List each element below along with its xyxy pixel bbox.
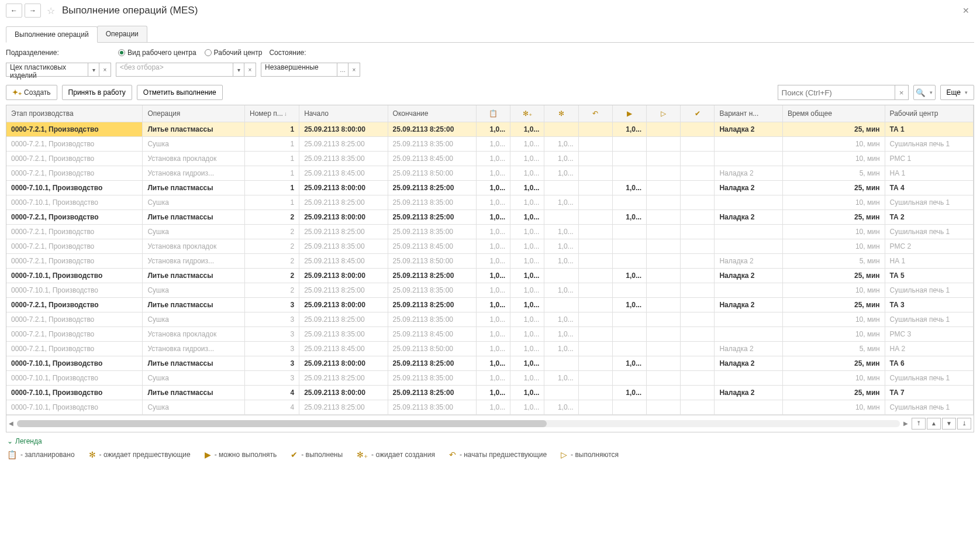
cell-c7 [681,224,715,239]
tab-operations[interactable]: Операции [97,26,147,42]
search-button[interactable]: 🔍▾ [913,85,936,100]
table-row[interactable]: 0000-7.2.1, ПроизводствоЛитье пластмассы… [6,297,974,312]
radio-work-center[interactable]: Рабочий центр [205,49,263,57]
table-row[interactable]: 0000-7.10.1, ПроизводствоСушка225.09.211… [6,283,974,297]
department-dropdown-icon[interactable]: ▾ [88,63,99,77]
cell-c5 [612,224,646,239]
state-clear-icon[interactable]: × [348,63,360,77]
accept-button[interactable]: Принять в работу [62,85,132,100]
table-row[interactable]: 0000-7.2.1, ПроизводствоУстановка гидрои… [6,253,974,268]
cell-c3 [544,297,578,312]
list-top-icon[interactable]: ⤒ [912,418,926,430]
cell-time: 5, мин [782,253,885,268]
create-button[interactable]: ✦₊ Создать [6,85,57,100]
scroll-left-icon[interactable]: ◀ [9,420,13,427]
cell-time: 25, мин [782,122,885,136]
scroll-thumb[interactable] [17,420,547,427]
col-operation[interactable]: Операция [143,105,245,122]
state-input[interactable]: Незавершенные [261,63,337,77]
cell-c3: 1,0... [544,195,578,209]
cell-c1: 1,0... [476,180,510,195]
col-start[interactable]: Начало [299,105,388,122]
cell-end: 25.09.2113 8:25:00 [388,268,476,283]
legend-toggle[interactable]: ⌄ Легенда [7,437,973,445]
search-input[interactable] [778,85,895,100]
cell-wc: РМС 2 [885,239,973,253]
table-row[interactable]: 0000-7.2.1, ПроизводствоЛитье пластмассы… [6,122,974,136]
scroll-track[interactable] [17,420,900,427]
filter-input[interactable]: <без отбора> [116,63,233,77]
cell-c6 [647,327,681,341]
cell-start: 25.09.2113 8:00:00 [299,356,388,370]
forward-button[interactable]: → [25,4,41,18]
table-row[interactable]: 0000-7.2.1, ПроизводствоУстановка прокла… [6,239,974,253]
cell-c3: 1,0... [544,224,578,239]
table-row[interactable]: 0000-7.10.1, ПроизводствоСушка425.09.211… [6,400,974,414]
table-row[interactable]: 0000-7.2.1, ПроизводствоУстановка прокла… [6,327,974,341]
table-row[interactable]: 0000-7.10.1, ПроизводствоЛитье пластмасс… [6,180,974,195]
cell-wc: ТА 1 [885,122,973,136]
table-row[interactable]: 0000-7.10.1, ПроизводствоЛитье пластмасс… [6,268,974,283]
filter-clear-icon[interactable]: × [244,63,256,77]
search-clear-icon[interactable]: × [895,85,909,100]
col-variant[interactable]: Вариант н... [715,105,782,122]
table-row[interactable]: 0000-7.2.1, ПроизводствоЛитье пластмассы… [6,209,974,224]
list-bottom-icon[interactable]: ⤓ [957,418,971,430]
mark-done-button[interactable]: Отметить выполнение [137,85,223,100]
more-button[interactable]: Еще▾ [940,85,974,100]
col-await-create-icon[interactable]: ✻₊ [510,105,544,122]
cell-c4 [578,283,612,297]
col-stage[interactable]: Этап производства [6,105,143,122]
col-running-icon[interactable]: ▷ [647,105,681,122]
cell-time: 25, мин [782,385,885,400]
table-row[interactable]: 0000-7.10.1, ПроизводствоЛитье пластмасс… [6,356,974,370]
col-planned-icon[interactable]: 📋 [476,105,510,122]
col-end[interactable]: Окончание [388,105,476,122]
cell-num: 2 [245,253,299,268]
col-wc[interactable]: Рабочий центр [885,105,973,122]
cell-c1: 1,0... [476,209,510,224]
list-down-icon[interactable]: ▼ [942,418,956,430]
scroll-right-icon[interactable]: ▶ [903,420,908,427]
state-more-icon[interactable]: … [337,63,348,77]
favorite-star-icon[interactable]: ☆ [47,5,55,16]
cell-num: 1 [245,180,299,195]
table-scroll[interactable]: Этап производства Операция Номер п...↓ Н… [6,105,974,415]
col-done-icon[interactable]: ✔ [681,105,715,122]
table-row[interactable]: 0000-7.2.1, ПроизводствоУстановка гидрои… [6,341,974,356]
table-row[interactable]: 0000-7.2.1, ПроизводствоУстановка прокла… [6,151,974,166]
back-button[interactable]: ← [6,4,22,18]
table-row[interactable]: 0000-7.2.1, ПроизводствоУстановка гидрои… [6,166,974,180]
list-up-icon[interactable]: ▲ [927,418,941,430]
cell-c5 [612,151,646,166]
col-num[interactable]: Номер п...↓ [245,105,299,122]
cell-variant [715,312,782,327]
cell-end: 25.09.2113 8:35:00 [388,224,476,239]
table-row[interactable]: 0000-7.10.1, ПроизводствоСушка325.09.211… [6,370,974,385]
table-row[interactable]: 0000-7.2.1, ПроизводствоСушка225.09.2113… [6,224,974,239]
department-input[interactable]: Цех пластиковых изделий [6,63,88,77]
cell-wc: Сушильная печь 1 [885,224,973,239]
filter-dropdown-icon[interactable]: ▾ [233,63,244,77]
hscroll-bar: ◀ ▶ ⤒ ▲ ▼ ⤓ [6,415,974,432]
department-clear-icon[interactable]: × [99,63,111,77]
table-row[interactable]: 0000-7.10.1, ПроизводствоЛитье пластмасс… [6,385,974,400]
radio-work-center-type[interactable]: Вид рабочего центра [118,49,196,57]
create-label: Создать [24,88,51,97]
cell-start: 25.09.2113 8:00:00 [299,122,388,136]
close-icon[interactable]: ✕ [958,4,974,18]
cell-c6 [647,400,681,414]
col-prev-started-icon[interactable]: ↶ [578,105,612,122]
cell-start: 25.09.2113 8:45:00 [299,166,388,180]
cell-c3: 1,0... [544,400,578,414]
col-time[interactable]: Время общее [782,105,885,122]
cell-num: 2 [245,224,299,239]
col-await-prev-icon[interactable]: ✻ [544,105,578,122]
tab-execution[interactable]: Выполнение операций [6,26,98,43]
cell-op: Литье пластмассы [143,385,245,400]
table-row[interactable]: 0000-7.2.1, ПроизводствоСушка125.09.2113… [6,136,974,151]
col-can-run-icon[interactable]: ▶ [612,105,646,122]
cell-stage: 0000-7.10.1, Производство [6,268,143,283]
table-row[interactable]: 0000-7.2.1, ПроизводствоСушка325.09.2113… [6,312,974,327]
table-row[interactable]: 0000-7.10.1, ПроизводствоСушка125.09.211… [6,195,974,209]
